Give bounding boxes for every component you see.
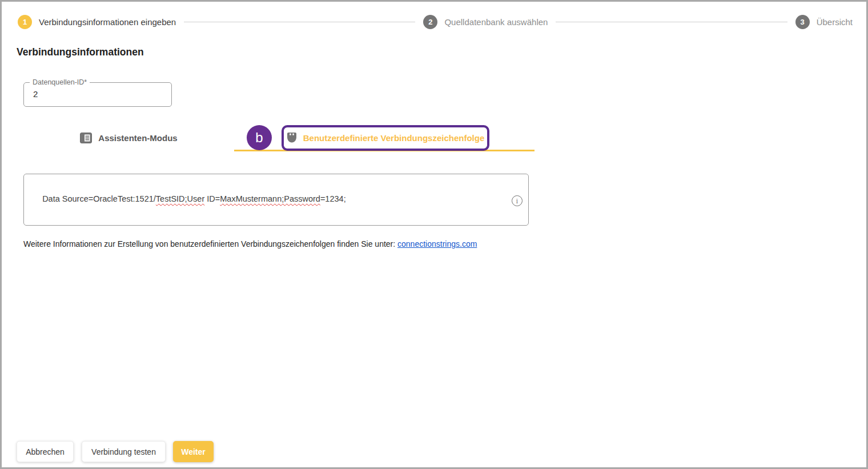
plug-icon [287, 132, 297, 145]
tab-wizard-mode[interactable]: Assistenten-Modus [23, 125, 234, 151]
datasource-id-field[interactable]: Datenquellen-ID* 2 [23, 82, 172, 107]
step-2-label: Quelldatenbank auswählen [444, 17, 548, 27]
step-3-circle: 3 [795, 15, 810, 29]
connection-string-text: ID= [204, 194, 220, 203]
helper-text: Weitere Informationen zur Erstellung von… [23, 239, 477, 248]
test-connection-button[interactable]: Verbindung testen [82, 441, 166, 462]
stepper-connector [184, 22, 415, 22]
cancel-button[interactable]: Abbrechen [17, 441, 74, 462]
app-window: 1 Verbindungsinformationen eingeben 2 Qu… [0, 0, 868, 469]
stepper-connector [556, 22, 787, 22]
wizard-mode-icon [80, 133, 92, 143]
tab-wizard-mode-label: Assistenten-Modus [98, 133, 177, 143]
misspelled-segment: MaxMustermann;Password [220, 194, 320, 203]
step-1-circle: 1 [18, 15, 32, 29]
stepper-step-2[interactable]: 2 Quelldatenbank auswählen [423, 15, 548, 29]
tab-custom-connection-string-label: Benutzerdefinierte Verbindungszeichenfol… [303, 133, 485, 143]
stepper-step-3[interactable]: 3 Übersicht [795, 15, 853, 29]
helper-text-body: Weitere Informationen zur Erstellung von… [23, 239, 397, 248]
connection-string-text: =1234; [320, 194, 346, 203]
info-icon[interactable]: i [512, 195, 523, 206]
datasource-id-value: 2 [33, 89, 38, 99]
step-1-label: Verbindungsinformationen eingeben [39, 17, 176, 27]
connectionstrings-link[interactable]: connectionstrings.com [397, 239, 477, 248]
connection-mode-tabs: Assistenten-Modus b Benutzerdefinierte V… [23, 125, 535, 151]
annotation-highlight-box: Benutzerdefinierte Verbindungszeichenfol… [282, 125, 489, 151]
datasource-id-label: Datenquellen-ID* [30, 78, 90, 87]
next-button[interactable]: Weiter [173, 441, 214, 462]
misspelled-segment: TestSID;User [156, 194, 204, 203]
wizard-stepper: 1 Verbindungsinformationen eingeben 2 Qu… [18, 15, 853, 29]
page-title: Verbindungsinformationen [17, 46, 144, 58]
annotation-badge-b: b [247, 125, 272, 150]
connection-string-input[interactable]: Data Source=OracleTest:1521/TestSID;User… [23, 174, 529, 226]
stepper-step-1[interactable]: 1 Verbindungsinformationen eingeben [18, 15, 176, 29]
step-2-circle: 2 [423, 15, 437, 29]
connection-string-text: Data Source=OracleTest:1521/ [42, 194, 156, 203]
step-3-label: Übersicht [817, 17, 853, 27]
